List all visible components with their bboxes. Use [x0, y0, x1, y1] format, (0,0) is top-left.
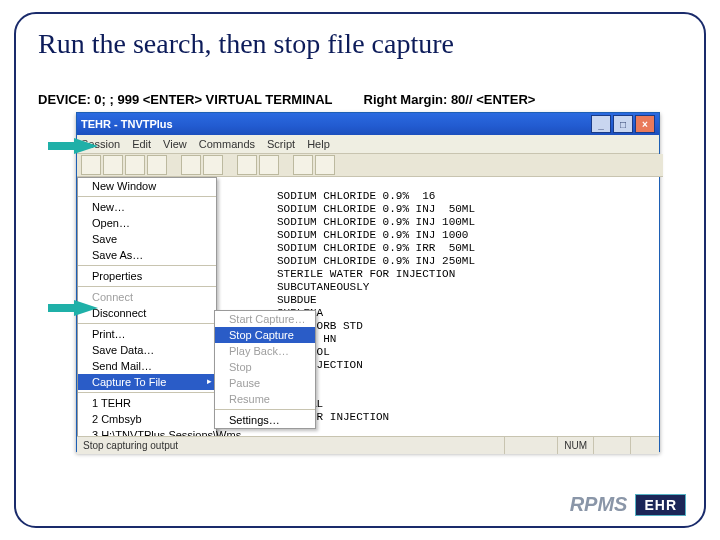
- session-menu-popup: New Window New… Open… Save Save As… Prop…: [77, 177, 217, 436]
- menu-item-capture[interactable]: Capture To File: [78, 374, 216, 390]
- toolbar-button[interactable]: [147, 155, 167, 175]
- menu-item-open[interactable]: Open…: [78, 215, 216, 231]
- toolbar-button[interactable]: [293, 155, 313, 175]
- menu-item-recent-3[interactable]: 3 H:\TNVTPlus Sessions\Wms: [78, 427, 216, 436]
- statusbar: Stop capturing output NUM: [77, 436, 659, 454]
- submenu-pause: Pause: [215, 375, 315, 391]
- menu-item-recent-2[interactable]: 2 Cmbsyb: [78, 411, 216, 427]
- menu-help[interactable]: Help: [307, 138, 330, 150]
- submenu-playback: Play Back…: [215, 343, 315, 359]
- menu-item-print[interactable]: Print…: [78, 326, 216, 342]
- toolbar-button[interactable]: [181, 155, 201, 175]
- menu-item-disconnect[interactable]: Disconnect: [78, 305, 216, 321]
- submenu-stop: Stop: [215, 359, 315, 375]
- toolbar-button[interactable]: [237, 155, 257, 175]
- footer-logo: RPMS EHR: [570, 493, 686, 516]
- menu-edit[interactable]: Edit: [132, 138, 151, 150]
- close-button[interactable]: ×: [635, 115, 655, 133]
- menu-view[interactable]: View: [163, 138, 187, 150]
- toolbar: [77, 154, 663, 177]
- toolbar-button[interactable]: [203, 155, 223, 175]
- submenu-start-capture: Start Capture…: [215, 311, 315, 327]
- logo-ehr: EHR: [635, 494, 686, 516]
- menu-item-properties[interactable]: Properties: [78, 268, 216, 284]
- titlebar[interactable]: TEHR - TNVTPlus _ □ ×: [77, 113, 659, 135]
- window-title: TEHR - TNVTPlus: [81, 118, 173, 130]
- menu-script[interactable]: Script: [267, 138, 295, 150]
- menu-item-new[interactable]: New…: [78, 199, 216, 215]
- instruction-right: Right Margin: 80// <ENTER>: [364, 92, 536, 107]
- instruction-text: DEVICE: 0; ; 999 <ENTER> VIRTUAL TERMINA…: [38, 92, 698, 107]
- slide-title: Run the search, then stop file capture: [38, 28, 454, 60]
- menu-item-save-data[interactable]: Save Data…: [78, 342, 216, 358]
- menubar: Session Edit View Commands Script Help: [77, 135, 659, 154]
- status-message: Stop capturing output: [77, 437, 504, 454]
- toolbar-button[interactable]: [103, 155, 123, 175]
- menu-item-save-as[interactable]: Save As…: [78, 247, 216, 263]
- submenu-stop-capture[interactable]: Stop Capture: [215, 327, 315, 343]
- menu-item-new-window[interactable]: New Window: [78, 178, 216, 194]
- arrow-capture-item-icon: [74, 300, 98, 316]
- arrow-session-menu-icon: [74, 138, 98, 154]
- submenu-resume: Resume: [215, 391, 315, 407]
- terminal-area[interactable]: SODIUM CHLORIDE 0.9% 16 SODIUM CHLORIDE …: [77, 177, 659, 436]
- toolbar-button[interactable]: [315, 155, 335, 175]
- status-num: NUM: [557, 437, 593, 454]
- app-window: TEHR - TNVTPlus _ □ × Session Edit View …: [76, 112, 660, 452]
- minimize-button[interactable]: _: [591, 115, 611, 133]
- maximize-button[interactable]: □: [613, 115, 633, 133]
- toolbar-button[interactable]: [259, 155, 279, 175]
- menu-item-connect: Connect: [78, 289, 216, 305]
- submenu-settings[interactable]: Settings…: [215, 412, 315, 428]
- logo-rpms: RPMS: [570, 493, 628, 516]
- instruction-left: DEVICE: 0; ; 999 <ENTER> VIRTUAL TERMINA…: [38, 92, 332, 107]
- menu-item-send-mail[interactable]: Send Mail…: [78, 358, 216, 374]
- menu-commands[interactable]: Commands: [199, 138, 255, 150]
- toolbar-button[interactable]: [125, 155, 145, 175]
- menu-item-save[interactable]: Save: [78, 231, 216, 247]
- menu-item-recent-1[interactable]: 1 TEHR: [78, 395, 216, 411]
- toolbar-button[interactable]: [81, 155, 101, 175]
- capture-submenu-popup: Start Capture… Stop Capture Play Back… S…: [214, 310, 316, 429]
